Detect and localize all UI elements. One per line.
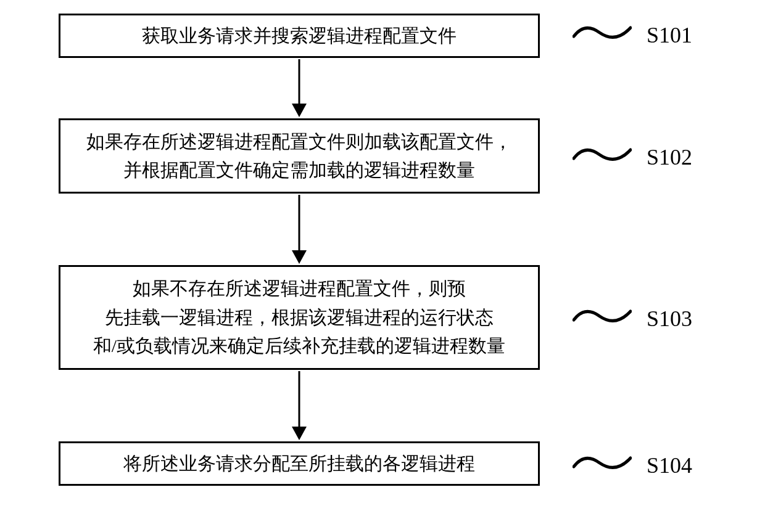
step-text-s103: 如果不存在所述逻辑进程配置文件，则预 先挂载一逻辑进程，根据该逻辑进程的运行状态… xyxy=(93,274,505,361)
step-box-s101: 获取业务请求并搜索逻辑进程配置文件 xyxy=(59,14,540,58)
step-label-s102: S102 xyxy=(573,144,692,170)
svg-marker-3 xyxy=(292,250,307,264)
tilde-icon xyxy=(573,144,632,170)
step-label-s103: S103 xyxy=(573,306,692,332)
step-box-s102: 如果存在所述逻辑进程配置文件则加载该配置文件， 并根据配置文件确定需加载的逻辑进… xyxy=(59,118,540,194)
svg-marker-1 xyxy=(292,104,307,117)
flowchart-canvas: 获取业务请求并搜索逻辑进程配置文件 S101 如果存在所述逻辑进程配置文件则加载… xyxy=(0,0,765,532)
step-text-s102: 如果存在所述逻辑进程配置文件则加载该配置文件， 并根据配置文件确定需加载的逻辑进… xyxy=(86,128,512,185)
step-label-text-s101: S101 xyxy=(647,22,692,48)
step-label-text-s103: S103 xyxy=(647,306,692,332)
step-text-s101: 获取业务请求并搜索逻辑进程配置文件 xyxy=(142,22,457,51)
step-text-s104: 将所述业务请求分配至所挂载的各逻辑进程 xyxy=(123,449,475,478)
step-box-s104: 将所述业务请求分配至所挂载的各逻辑进程 xyxy=(59,441,540,486)
step-label-text-s102: S102 xyxy=(647,144,692,170)
step-label-text-s104: S104 xyxy=(647,452,692,478)
tilde-icon xyxy=(573,22,632,48)
tilde-icon xyxy=(573,306,632,332)
step-box-s103: 如果不存在所述逻辑进程配置文件，则预 先挂载一逻辑进程，根据该逻辑进程的运行状态… xyxy=(59,265,540,370)
step-label-s101: S101 xyxy=(573,22,692,48)
tilde-icon xyxy=(573,452,632,478)
step-label-s104: S104 xyxy=(573,452,692,478)
svg-marker-5 xyxy=(292,427,307,440)
